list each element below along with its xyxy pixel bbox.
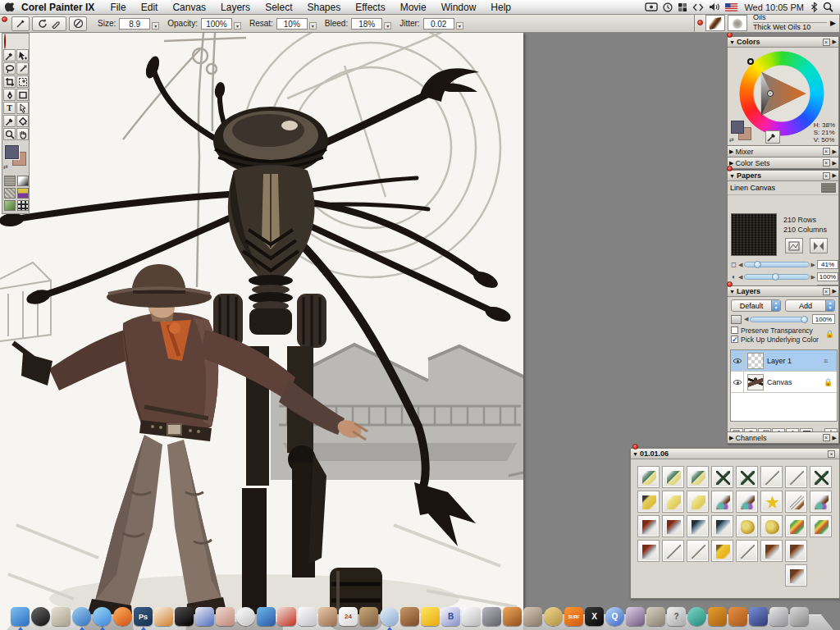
composite-depth-dropdown[interactable]: Add▲▼ [785,299,835,312]
brush-variant-line[interactable] [662,540,684,562]
spotlight-icon[interactable] [823,2,833,12]
dock-hand-app[interactable] [215,605,235,628]
dock-cyberduck[interactable] [420,605,441,628]
paper-selector[interactable] [4,176,16,186]
dock-x-app[interactable]: X [584,605,605,628]
dock-printer[interactable] [769,605,789,628]
dock-ical[interactable]: 24 [338,605,358,628]
channels-flyout-icon[interactable]: ▶ [833,435,837,441]
swap-colors-icon[interactable]: ⇄ [3,164,8,171]
dock-pencil-app[interactable] [276,605,297,628]
brush-variant-stripe[interactable] [785,515,807,537]
brush-variant-rbrush[interactable] [637,515,660,537]
dock-slideshow-app[interactable] [625,605,646,628]
dock-triangle-app[interactable] [174,605,194,628]
dock-textedit[interactable] [461,605,482,628]
property-bar-close-button[interactable] [2,16,7,22]
channels-header[interactable]: ▶ Channels × ▶ [728,432,838,443]
brush-palette-close-icon[interactable]: × [828,450,835,458]
menu-file[interactable]: File [103,2,133,13]
apple-menu[interactable] [0,0,18,14]
field-value-input[interactable]: 8.9 [119,18,150,30]
dock-pedestal-app[interactable] [707,605,728,628]
layers-palette-close-button[interactable] [727,281,733,287]
dock-preview[interactable] [502,605,523,628]
weave-selector[interactable] [4,200,16,211]
brush-variant-sponge[interactable] [760,515,783,537]
color-sets-close-icon[interactable]: × [823,159,830,167]
layer-row-canvas[interactable]: Canvas🔒 [731,372,837,393]
gradient-selector[interactable] [17,176,29,186]
colors-flyout-icon[interactable]: ▶ [833,39,837,45]
mixer-close-icon[interactable]: × [823,148,830,155]
brush-variant-label[interactable]: Thick Wet Oils 10 [753,23,827,32]
field-dropdown-icon[interactable]: ▾ [309,22,317,30]
brush-selector-flyout-icon[interactable]: ▶ [827,19,839,27]
layer-opacity-slider[interactable] [750,317,808,322]
brush-tool-indicator[interactable] [11,16,30,31]
color-sets-flyout-icon[interactable]: ▶ [833,160,837,167]
paper-invert-button[interactable] [810,238,828,253]
field-value-input[interactable]: 10% [276,18,308,30]
disclosure-icon[interactable]: ▶ [729,148,733,155]
text-tool[interactable]: T [3,102,16,114]
dock-painter-feather[interactable] [153,605,174,628]
brush-variant-bbrush[interactable] [760,540,783,562]
brush-variant-star[interactable] [760,491,783,513]
layers-panel-header[interactable]: ▼ Layers × ▶ [728,286,838,297]
brush-variant-xbrush[interactable] [711,466,733,488]
brush-palette-header[interactable]: ▼ 01.01.06 × [631,449,839,459]
brush-dab-thumbnail[interactable] [728,15,747,31]
brush-variant-line[interactable] [785,466,807,488]
mixer-flyout-icon[interactable]: ▶ [833,148,837,155]
disclosure-icon[interactable]: ▶ [729,435,733,441]
toolbox-close-button[interactable] [4,34,6,49]
dropper-tool[interactable] [3,115,16,127]
brush-variant-line[interactable] [687,540,709,562]
dock-horse-art-app[interactable] [399,605,420,628]
display-icon[interactable] [645,2,658,11]
brush-variant-water[interactable] [810,491,832,513]
brush-variant-xbrush[interactable] [810,466,832,488]
brush-variant-water[interactable] [711,491,733,513]
brush-category-thumbnail[interactable] [705,15,725,31]
dock-finder[interactable] [10,605,30,628]
layer-visibility-toggle[interactable] [731,372,744,393]
dock-photoshop[interactable]: Ps [133,605,153,628]
disclosure-icon[interactable]: ▼ [729,173,735,179]
brush-variant-ymarker[interactable] [711,540,733,562]
gradient2-selector[interactable] [17,188,29,199]
field-dropdown-icon[interactable]: ▾ [456,22,463,30]
magnifier-tool[interactable] [3,128,16,140]
disclosure-icon[interactable]: ▼ [729,39,735,45]
rect-shape-tool[interactable] [16,89,29,101]
brush-variant-nib[interactable] [711,515,733,537]
menu-clock[interactable]: Wed 10:05 PM [742,2,806,12]
brush-variant-rbrush[interactable] [662,515,684,537]
pen-tool[interactable] [3,89,16,101]
pickup-underlying-row[interactable]: ✓ Pick Up Underlying Color [728,335,838,344]
paint-bucket-tool[interactable] [16,115,29,127]
paper-pattern-button[interactable] [785,238,803,253]
app-menu-title[interactable]: Corel Painter IX [21,2,94,13]
papers-panel-header[interactable]: ▼ Papers × ▶ [728,171,838,181]
dock-photos-app[interactable] [523,605,543,628]
preserve-transparency-row[interactable]: Preserve Transparency [728,326,838,335]
paper-selector-thumbnail[interactable] [821,183,836,193]
brush-variant-line[interactable] [736,540,758,562]
field-value-input[interactable]: 0.02 [423,18,454,30]
dock-figure-app[interactable] [235,605,256,628]
dock-dvd-gold[interactable] [543,605,564,628]
magic-wand-tool[interactable] [16,62,29,75]
nozzle-selector[interactable] [17,200,29,211]
dock-trash[interactable] [789,605,810,628]
dock-box-app[interactable] [646,605,666,628]
crop-tool[interactable] [3,75,16,88]
papers-close-icon[interactable]: × [823,172,830,180]
clock-icon[interactable] [663,2,673,12]
preserve-transparency-checkbox[interactable] [731,326,738,334]
brush-variant-fork[interactable] [785,491,807,513]
dock-mail[interactable] [51,605,71,628]
bluetooth-icon[interactable] [810,2,818,12]
dock-blue-wedge-app[interactable] [256,605,276,628]
